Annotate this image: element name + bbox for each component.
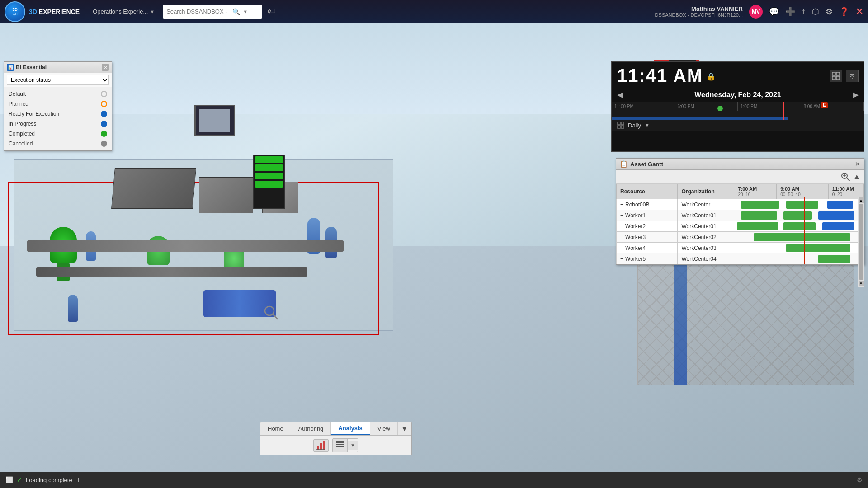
search-dropdown-icon[interactable]: ▼ <box>243 9 248 14</box>
gantt-cell-org: WorkCenter03 <box>678 243 734 253</box>
bi-dropdown-select[interactable]: Execution status <box>7 75 109 85</box>
share-icon[interactable]: ↑ <box>802 7 806 16</box>
statusbar-loading-text: Loading complete <box>26 477 72 483</box>
bi-panel: 📊 BI Essential ✕ Execution status Defaul… <box>4 61 112 151</box>
svg-rect-14 <box>317 446 319 450</box>
gantt-panel-icon: 📋 <box>620 160 627 168</box>
analysis-list-btn-group[interactable]: ▼ <box>332 438 358 452</box>
tab-view[interactable]: View <box>370 422 398 435</box>
svg-rect-2 <box>832 72 835 75</box>
gantt-bar-green <box>754 233 850 241</box>
gantt-bar-green <box>783 222 816 230</box>
bi-item-default: Default <box>9 91 107 97</box>
bi-items-list: Default Planned Ready For Execution In P… <box>4 87 112 150</box>
tab-home[interactable]: Home <box>260 422 291 435</box>
experience-name[interactable]: Operations Experie... ▼ <box>93 8 155 15</box>
tabs-row: Home Authoring Analysis View ▼ <box>260 422 411 436</box>
bi-panel-header: 📊 BI Essential ✕ <box>4 62 112 73</box>
gantt-expand-btn[interactable]: + <box>620 212 623 219</box>
gantt-cell-chart <box>734 243 864 253</box>
tag-icon[interactable]: 🏷 <box>268 7 276 16</box>
gantt-expand-btn[interactable]: + <box>620 234 623 240</box>
svg-rect-3 <box>836 72 840 75</box>
timeline-header: 11:41 AM 🔒 <box>612 62 864 89</box>
statusbar-right-icon-1[interactable]: ⚙ <box>857 476 863 483</box>
zoom-icon[interactable] <box>262 304 280 322</box>
gantt-bar-blue <box>822 222 854 230</box>
experience-chevron[interactable]: ▼ <box>150 9 155 14</box>
timeline-panel: 11:41 AM 🔒 ◀ Wednesday, Feb 24, 2021 ▶ 1… <box>611 61 864 152</box>
share2-icon[interactable]: ⬡ <box>812 7 819 17</box>
gantt-scroll-down-btn[interactable]: ▼ <box>859 281 864 286</box>
gantt-scroll-up-icon[interactable]: ▲ <box>853 173 860 181</box>
gantt-expand-btn[interactable]: + <box>620 202 623 208</box>
gantt-toolbar: ▲ <box>616 170 864 184</box>
gantt-scrollbar[interactable]: ▲ ▼ <box>858 197 864 287</box>
gantt-bar-green <box>741 211 777 220</box>
timeline-next-btn[interactable]: ▶ <box>853 90 859 99</box>
gantt-expand-btn[interactable]: + <box>620 256 623 262</box>
bottom-tabs: Home Authoring Analysis View ▼ <box>260 422 412 455</box>
close-icon[interactable]: ✕ <box>855 6 863 18</box>
gantt-bar-green <box>786 201 818 209</box>
timeline-wifi-btn[interactable] <box>846 70 859 82</box>
bi-dropdown[interactable]: Execution status <box>4 73 112 87</box>
add-icon[interactable]: ➕ <box>785 7 795 17</box>
statusbar-pause-btn[interactable]: ⏸ <box>76 476 82 483</box>
settings-icon[interactable]: ⚙ <box>826 7 833 17</box>
gantt-scroll-thumb[interactable] <box>859 204 863 280</box>
bi-item-cancelled: Cancelled <box>9 141 107 147</box>
svg-rect-18 <box>336 441 344 443</box>
timeline-mode: Daily <box>628 122 641 129</box>
help-icon[interactable]: ❓ <box>839 7 849 17</box>
bi-panel-icon: 📊 <box>7 64 14 71</box>
gantt-cell-resource: +Worker2 <box>617 221 678 232</box>
gantt-cell-org: WorkCenter04 <box>678 253 734 264</box>
user-avatar[interactable]: MV <box>749 5 763 19</box>
dassault-logo[interactable]: 3D V,R <box>5 1 25 22</box>
svg-rect-8 <box>618 126 620 128</box>
bi-panel-close[interactable]: ✕ <box>102 64 109 71</box>
gantt-row: +Worker3WorkCenter02 <box>617 232 864 243</box>
notification-icon[interactable]: 💬 <box>769 7 779 17</box>
analysis-list-btn[interactable] <box>333 439 348 452</box>
bi-dot-planned <box>101 101 107 107</box>
gantt-cell-chart <box>734 253 864 264</box>
gantt-cell-chart <box>734 199 864 210</box>
gantt-bar-blue <box>818 211 854 220</box>
gantt-cell-chart <box>734 221 864 232</box>
search-bar[interactable]: 🔍 ▼ <box>163 5 262 19</box>
gantt-col-org: Organization <box>678 184 734 199</box>
tab-analysis[interactable]: Analysis <box>331 422 370 435</box>
topbar-right: Matthias VANNIER DSSANDBOX - DEVOPSFH6NJ… <box>655 5 863 19</box>
timeline-lock-icon[interactable]: 🔒 <box>707 72 716 81</box>
analysis-chart-btn[interactable] <box>313 439 329 452</box>
timeline-bar[interactable]: 11:00 PM 6:00 PM 1:00 PM 8:00 AM E <box>612 102 864 120</box>
gantt-expand-btn[interactable]: + <box>620 245 623 251</box>
timeline-mode-dropdown[interactable]: ▼ <box>645 122 650 128</box>
gantt-expand-btn[interactable]: + <box>620 223 623 230</box>
statusbar-check-icon: ✓ <box>17 476 22 483</box>
gantt-panel: 📋 Asset Gantt ✕ ▲ Resource Organiza <box>616 158 864 265</box>
timeline-time: 11:41 AM <box>617 66 703 86</box>
svg-point-0 <box>265 306 274 315</box>
tab-authoring[interactable]: Authoring <box>291 422 331 435</box>
statusbar: ⬜ ✓ Loading complete ⏸ ⚙ <box>0 472 868 488</box>
gantt-scroll-up-btn[interactable]: ▲ <box>859 197 864 203</box>
gantt-col-7am: 7:00 AM20 10 <box>734 184 777 199</box>
gantt-search-icon[interactable] <box>840 172 850 182</box>
timeline-tick-3: 1:00 PM <box>738 102 801 111</box>
search-input[interactable] <box>166 8 230 15</box>
gantt-close-btn[interactable]: ✕ <box>855 160 860 168</box>
timeline-grid-btn[interactable] <box>830 70 842 82</box>
timeline-prev-btn[interactable]: ◀ <box>617 90 623 99</box>
gantt-cell-resource: +Robot00B <box>617 199 678 210</box>
gantt-bar-blue <box>827 201 853 209</box>
timeline-current-marker <box>783 102 784 120</box>
tabs-more-btn[interactable]: ▼ <box>398 422 411 435</box>
gantt-header: 📋 Asset Gantt ✕ <box>616 159 864 170</box>
timeline-date-row: ◀ Wednesday, Feb 24, 2021 ▶ <box>612 89 864 102</box>
analysis-list-dropdown[interactable]: ▼ <box>348 441 358 450</box>
gantt-cell-chart <box>734 232 864 243</box>
gantt-table: Resource Organization 7:00 AM20 10 9:00 … <box>616 184 864 264</box>
